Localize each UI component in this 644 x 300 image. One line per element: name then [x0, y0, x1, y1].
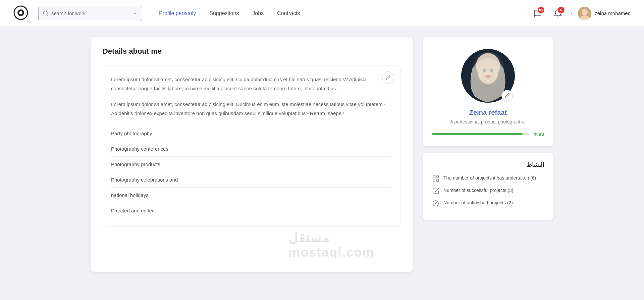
progress-percentage: %93: [534, 131, 544, 137]
user-menu-chevron[interactable]: ▾: [571, 11, 573, 16]
activity-item-3: Number of unfinished projects (2): [432, 199, 544, 207]
paragraph-1: Lorem ipsum dolor sit amet, consectetur …: [111, 75, 391, 93]
skill-list: Party photography Photography conference…: [111, 126, 391, 218]
nav-links: Profile personly Suggestions Jobs Contra…: [159, 10, 300, 16]
search-input[interactable]: [51, 10, 130, 16]
circle-x-icon: [432, 200, 439, 207]
activity-title: النشاط: [432, 161, 544, 168]
svg-rect-18: [433, 176, 435, 178]
profile-card: Zeina refaat A professional product phot…: [423, 37, 553, 146]
edit-details-button[interactable]: [382, 71, 394, 84]
pencil-icon-avatar: [504, 93, 510, 98]
profile-subtitle: A professional product photographer: [450, 119, 526, 124]
section-title: Details about me: [103, 47, 400, 56]
content-block: Lorem ipsum dolor sit amet, consectetur …: [103, 65, 400, 227]
skill-item-6: Directed and edited: [111, 203, 391, 218]
svg-point-6: [582, 9, 588, 15]
activity-text-1: The number of projects it has undertaken…: [443, 174, 536, 182]
skill-item-2: Photography conferences: [111, 141, 391, 156]
search-icon: [43, 10, 49, 16]
nav-link-contracts[interactable]: Contracts: [277, 10, 300, 16]
pencil-icon: [385, 75, 391, 80]
navbar: Profile personly Suggestions Jobs Contra…: [0, 0, 644, 27]
skill-item-1: Party photography: [111, 126, 391, 141]
skill-item-5: national holidays: [111, 187, 391, 203]
progress-row: %93: [432, 131, 544, 137]
avatar-wrapper: [461, 49, 515, 103]
progress-bar-fill: [432, 133, 523, 135]
avatar: [578, 7, 591, 20]
paragraph-2: Lorem ipsum dolor sit amet, consectetur …: [111, 100, 391, 118]
check-square-icon: [432, 187, 439, 195]
svg-point-3: [43, 11, 47, 15]
activity-card: النشاط The number of projects it has und…: [423, 153, 553, 220]
nav-link-profile[interactable]: Profile personly: [159, 10, 196, 16]
user-name: zeina mohamed: [595, 10, 631, 16]
nav-link-suggestions[interactable]: Suggestions: [209, 10, 239, 16]
svg-rect-19: [436, 176, 438, 178]
grid-icon: [432, 175, 439, 182]
activity-text-3: Number of unfinished projects (2): [443, 199, 513, 206]
svg-line-4: [47, 14, 48, 15]
messages-badge: 01: [538, 7, 544, 13]
activity-text-2: Number of successful projects (3): [443, 187, 514, 194]
main-container: Details about me Lorem ipsum dolor sit a…: [70, 27, 574, 282]
avatar-edit-button[interactable]: [501, 90, 513, 101]
svg-point-2: [19, 11, 22, 14]
progress-bar: [432, 133, 529, 135]
nav-link-jobs[interactable]: Jobs: [252, 10, 264, 16]
skill-item-4: Photography celebrations and: [111, 172, 391, 187]
activity-item-1: The number of projects it has undertaken…: [432, 174, 544, 182]
chevron-down-icon: [132, 11, 138, 16]
profile-name: Zeina refaat: [469, 109, 507, 116]
bell-badge: 0: [558, 7, 565, 13]
nav-right: 01 0 ▾ zeina mohamed: [530, 6, 631, 21]
right-card: Zeina refaat A professional product phot…: [423, 37, 553, 272]
logo: [13, 5, 28, 21]
skill-item-3: Photography products: [111, 156, 391, 172]
activity-item-2: Number of successful projects (3): [432, 187, 544, 195]
search-box[interactable]: [38, 6, 142, 21]
left-card: Details about me Lorem ipsum dolor sit a…: [91, 37, 413, 272]
user-area[interactable]: zeina mohamed: [578, 7, 631, 20]
notifications-button[interactable]: 0: [550, 6, 565, 21]
svg-rect-21: [436, 179, 438, 181]
messages-button[interactable]: 01: [530, 6, 545, 21]
svg-rect-20: [433, 179, 435, 181]
